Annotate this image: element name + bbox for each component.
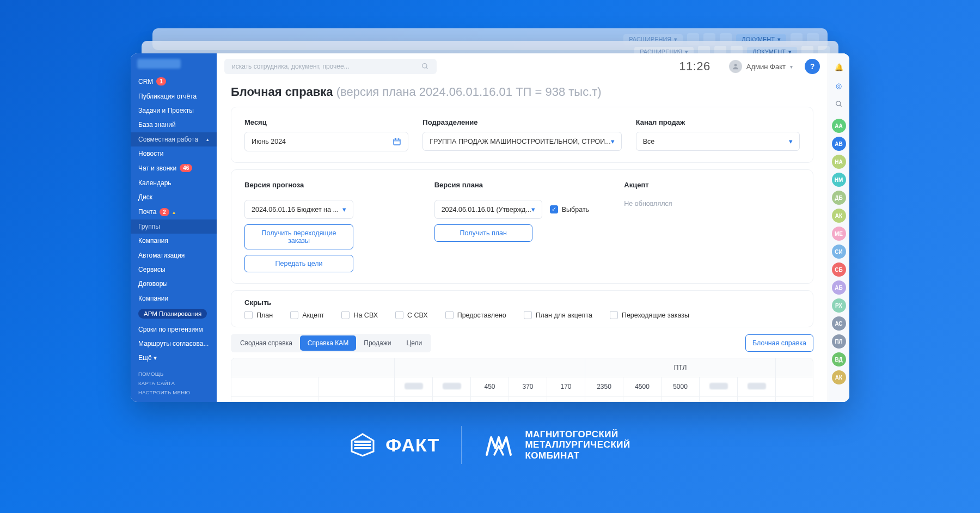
- block-ref-button[interactable]: Блочная справка: [745, 334, 813, 352]
- rail-avatar[interactable]: ПЛ: [832, 334, 846, 349]
- rail-notifications-icon[interactable]: 🔔: [832, 60, 846, 74]
- row-header: Категории прогноза: [318, 397, 395, 402]
- sidebar-item-1[interactable]: Публикация отчёта: [131, 89, 217, 103]
- chevron-down-icon: ▾: [342, 205, 346, 213]
- tab-2[interactable]: Продажи: [356, 335, 399, 351]
- col-header: 170: [547, 377, 585, 396]
- sidebar-item-16[interactable]: АРМ Планирования: [131, 306, 217, 322]
- tab-0[interactable]: Сводная справка: [232, 335, 300, 351]
- channel-select[interactable]: Все ▾: [636, 132, 800, 151]
- rail-avatar[interactable]: АК: [832, 370, 846, 384]
- rail-target-icon[interactable]: ◎: [832, 78, 846, 93]
- fact-brand-text: ФАКТ: [385, 435, 439, 456]
- col-header: 370: [509, 377, 547, 396]
- forecast-label: Версия прогноза: [244, 181, 420, 189]
- rail-avatar[interactable]: АК: [832, 209, 846, 223]
- hide-label: Скрыть: [244, 298, 800, 307]
- rail-avatar[interactable]: НА: [832, 155, 846, 169]
- sidebar-item-14[interactable]: Договоры: [131, 277, 217, 291]
- hide-card: Скрыть ПланАкцептНа СВХС СВХПредоставлен…: [231, 290, 813, 327]
- rail-avatar[interactable]: НМ: [832, 173, 846, 187]
- chevron-down-icon: ▾: [611, 137, 615, 145]
- plan-label: Версия плана: [434, 181, 610, 189]
- hide-opt-4[interactable]: Предоставлено: [445, 311, 506, 319]
- filters-card-2: Версия прогноза 2024.06.01.16 Бюджет на …: [231, 169, 813, 284]
- sidebar-footer-link[interactable]: КАРТА САЙТА: [138, 380, 209, 386]
- send-goals-button[interactable]: Передать цели: [244, 255, 353, 272]
- hide-opt-0[interactable]: План: [244, 311, 273, 319]
- rail-avatar[interactable]: ВД: [832, 352, 846, 367]
- tabs: Сводная справкаСправка КАМПродажиЦели: [231, 334, 431, 352]
- dept-label: Подразделение: [422, 118, 621, 126]
- hide-opt-5[interactable]: План для акцепта: [524, 311, 592, 319]
- sidebar-item-7[interactable]: Календарь: [131, 176, 217, 190]
- forecast-select[interactable]: 2024.06.01.16 Бюджет на ... ▾: [244, 200, 353, 219]
- sidebar-item-15[interactable]: Компании: [131, 291, 217, 306]
- sidebar-item-2[interactable]: Задачи и Проекты: [131, 103, 217, 118]
- plan-select[interactable]: 2024.06.01.16.01 (Утвержд... ▾: [434, 200, 542, 219]
- svg-line-8: [840, 105, 841, 107]
- chevron-down-icon: ▾: [789, 137, 793, 145]
- hide-opt-1[interactable]: Акцепт: [290, 311, 324, 319]
- mmk-brand-text: МАГНИТОГОРСКИЙ МЕТАЛЛУРГИЧЕСКИЙ КОМБИНАТ: [525, 429, 630, 461]
- sidebar-item-3[interactable]: База знаний: [131, 118, 217, 132]
- user-menu[interactable]: Админ Факт ▾: [729, 60, 793, 73]
- hide-opt-2[interactable]: На СВХ: [341, 311, 378, 319]
- sidebar-item-4[interactable]: Совместная работа▴: [131, 132, 217, 146]
- select-checkbox[interactable]: ✓Выбрать: [550, 205, 589, 213]
- sidebar: CRM1Публикация отчётаЗадачи и ПроектыБаз…: [131, 53, 217, 402]
- help-button[interactable]: ?: [805, 59, 820, 74]
- month-select[interactable]: Июнь 2024: [244, 132, 408, 151]
- svg-line-1: [426, 68, 428, 69]
- dept-select[interactable]: ГРУППА ПРОДАЖ МАШИНОСТРОИТЕЛЬНОЙ, СТРОИ.…: [422, 132, 621, 151]
- rail-avatar[interactable]: МЕ: [832, 227, 846, 241]
- content-area: искать сотрудника, документ, прочее... 1…: [217, 53, 849, 402]
- rail-avatar[interactable]: АС: [832, 316, 846, 331]
- sidebar-footer-link[interactable]: НАСТРОИТЬ МЕНЮ: [138, 389, 209, 395]
- sidebar-item-5[interactable]: Новости: [131, 146, 217, 161]
- svg-point-7: [836, 101, 840, 106]
- get-orders-button[interactable]: Получить переходящие заказы: [244, 224, 353, 249]
- chevron-down-icon: ▾: [531, 205, 535, 213]
- rail-avatar[interactable]: AB: [832, 137, 846, 151]
- rail-avatar[interactable]: АБ: [832, 280, 846, 295]
- sidebar-item-17[interactable]: Сроки по претензиям: [131, 322, 217, 336]
- mmk-logo-icon: [483, 430, 514, 460]
- rail-avatar[interactable]: СИ: [832, 245, 846, 259]
- sidebar-item-19[interactable]: Ещё ▾: [131, 351, 217, 365]
- sidebar-item-8[interactable]: Диск: [131, 190, 217, 204]
- accept-label: Акцепт: [624, 181, 800, 189]
- hide-opt-6[interactable]: Переходящие заказы: [610, 311, 689, 319]
- col-header: 4500: [623, 377, 661, 396]
- sidebar-item-10[interactable]: Группы: [131, 219, 217, 234]
- col-header: 5000: [661, 377, 700, 396]
- topbar: искать сотрудника, документ, прочее... 1…: [217, 53, 828, 80]
- sidebar-item-11[interactable]: Компания: [131, 234, 217, 248]
- get-plan-button[interactable]: Получить план: [434, 224, 532, 242]
- page-title: Блочная справка (версия плана 2024.06.01…: [231, 85, 813, 99]
- footer-branding: ФАКТ МАГНИТОГОРСКИЙ МЕТАЛЛУРГИЧЕСКИЙ КОМ…: [0, 426, 980, 464]
- calendar-icon: [393, 137, 401, 146]
- sidebar-item-13[interactable]: Сервисы: [131, 262, 217, 277]
- tab-3[interactable]: Цели: [399, 335, 430, 351]
- rail-avatar[interactable]: АА: [832, 119, 846, 133]
- svg-rect-3: [394, 139, 400, 145]
- sidebar-item-12[interactable]: Автоматизация: [131, 248, 217, 262]
- sidebar-item-9[interactable]: Почта2▴: [131, 204, 217, 219]
- main-window: CRM1Публикация отчётаЗадачи и ПроектыБаз…: [131, 53, 849, 402]
- search-input[interactable]: искать сотрудника, документ, прочее...: [224, 59, 437, 74]
- rail-search-icon[interactable]: [832, 97, 846, 111]
- sidebar-item-18[interactable]: Маршруты согласова...: [131, 337, 217, 351]
- tab-1[interactable]: Справка КАМ: [300, 335, 356, 351]
- rail-avatar[interactable]: ДБ: [832, 191, 846, 205]
- logo-blurred: [137, 59, 181, 69]
- hide-opt-3[interactable]: С СВХ: [395, 311, 428, 319]
- tabs-bar: Сводная справкаСправка КАМПродажиЦели Бл…: [231, 334, 813, 352]
- filters-card-1: Месяц Июнь 2024 Подразделение ГРУППА ПРО…: [231, 107, 813, 163]
- rail-avatar[interactable]: РХ: [832, 298, 846, 313]
- sidebar-item-0[interactable]: CRM1: [131, 74, 217, 89]
- sidebar-footer-link[interactable]: ПОМОЩЬ: [138, 371, 209, 377]
- sidebar-item-6[interactable]: Чат и звонки46: [131, 161, 217, 175]
- avatar-icon: [729, 60, 742, 73]
- rail-avatar[interactable]: СБ: [832, 262, 846, 277]
